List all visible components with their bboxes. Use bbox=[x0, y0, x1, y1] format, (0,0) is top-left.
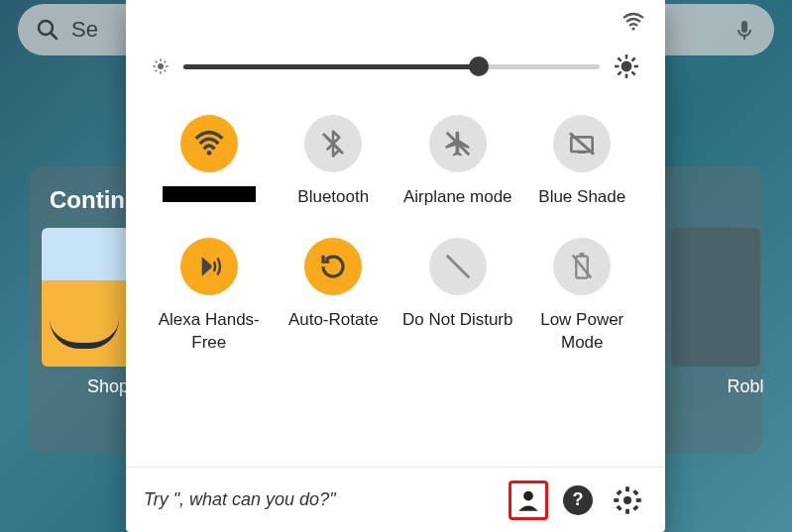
svg-rect-2 bbox=[741, 21, 747, 33]
bluetooth-off-icon bbox=[304, 115, 362, 172]
wifi-status-icon bbox=[622, 12, 645, 32]
toggle-label: Bluetooth bbox=[297, 186, 369, 210]
slider-fill bbox=[183, 64, 479, 69]
svg-line-20 bbox=[631, 71, 634, 74]
toggle-wifi[interactable] bbox=[152, 115, 267, 210]
svg-line-11 bbox=[165, 70, 167, 72]
toggle-alexa[interactable]: Alexa Hands-Free bbox=[152, 238, 267, 355]
quick-settings-panel: Bluetooth Airplane mode Blue Shade Ale bbox=[126, 0, 665, 532]
svg-rect-37 bbox=[614, 498, 619, 502]
toggle-label: Alexa Hands-Free bbox=[152, 309, 267, 355]
airplane-off-icon bbox=[429, 115, 487, 172]
app-thumbnail bbox=[671, 228, 760, 367]
brightness-row bbox=[126, 36, 665, 101]
toggle-label: Low Power Mode bbox=[525, 309, 640, 355]
blueshade-off-icon bbox=[553, 115, 611, 172]
svg-point-4 bbox=[631, 27, 634, 30]
svg-rect-40 bbox=[632, 504, 638, 510]
svg-line-21 bbox=[618, 71, 621, 74]
panel-footer: Try ", what can you do?" ? bbox=[126, 467, 665, 532]
svg-line-19 bbox=[618, 57, 621, 60]
slider-thumb[interactable] bbox=[469, 56, 489, 76]
toggle-airplane[interactable]: Airplane mode bbox=[400, 115, 515, 210]
svg-rect-27 bbox=[578, 152, 586, 154]
svg-point-23 bbox=[206, 151, 211, 156]
dnd-off-icon bbox=[429, 238, 487, 295]
toggle-label: Airplane mode bbox=[403, 186, 512, 210]
svg-line-29 bbox=[447, 256, 470, 278]
app-tile-roblox[interactable]: Robl bbox=[671, 228, 792, 397]
svg-point-34 bbox=[623, 496, 631, 504]
svg-rect-38 bbox=[636, 498, 641, 502]
svg-rect-41 bbox=[617, 504, 622, 510]
rotate-icon bbox=[304, 238, 362, 295]
wifi-icon bbox=[180, 115, 238, 172]
toggle-label: Do Not Disturb bbox=[402, 309, 512, 333]
svg-line-1 bbox=[51, 33, 57, 39]
search-icon bbox=[36, 18, 59, 42]
app-label: Robl bbox=[671, 376, 792, 397]
toggle-dnd[interactable]: Do Not Disturb bbox=[400, 238, 515, 355]
svg-point-33 bbox=[523, 490, 533, 500]
toggle-label: Auto-Rotate bbox=[288, 309, 379, 333]
svg-point-5 bbox=[158, 63, 164, 69]
toggle-label bbox=[163, 186, 256, 210]
alexa-icon bbox=[180, 238, 238, 295]
mic-icon[interactable] bbox=[733, 18, 756, 42]
battery-off-icon bbox=[553, 238, 611, 295]
svg-rect-35 bbox=[625, 486, 629, 491]
svg-rect-39 bbox=[617, 489, 622, 495]
panel-status-row bbox=[126, 0, 665, 36]
help-button[interactable]: ? bbox=[558, 480, 598, 520]
svg-rect-36 bbox=[625, 508, 629, 513]
brightness-slider[interactable] bbox=[183, 56, 600, 76]
brightness-low-icon bbox=[152, 57, 170, 75]
svg-line-10 bbox=[156, 61, 158, 63]
settings-button[interactable] bbox=[608, 480, 647, 520]
svg-line-22 bbox=[631, 57, 634, 60]
toggle-bluetooth[interactable]: Bluetooth bbox=[277, 115, 392, 210]
toggle-blueshade[interactable]: Blue Shade bbox=[525, 115, 640, 210]
svg-rect-31 bbox=[580, 253, 585, 256]
alexa-prompt: Try ", what can you do?" bbox=[144, 489, 499, 510]
toggle-lowpower[interactable]: Low Power Mode bbox=[525, 238, 640, 355]
svg-point-14 bbox=[622, 61, 632, 72]
profile-button[interactable] bbox=[509, 480, 548, 520]
svg-rect-42 bbox=[632, 489, 638, 495]
gear-icon bbox=[613, 485, 642, 515]
help-icon: ? bbox=[563, 485, 593, 515]
svg-line-13 bbox=[165, 61, 167, 63]
svg-line-12 bbox=[156, 70, 158, 72]
toggle-grid: Bluetooth Airplane mode Blue Shade Ale bbox=[126, 101, 665, 374]
wifi-network-redacted bbox=[163, 186, 256, 202]
toggle-autorotate[interactable]: Auto-Rotate bbox=[277, 238, 392, 355]
toggle-label: Blue Shade bbox=[538, 186, 625, 210]
app-thumbnail bbox=[42, 228, 131, 367]
brightness-high-icon bbox=[614, 53, 639, 79]
